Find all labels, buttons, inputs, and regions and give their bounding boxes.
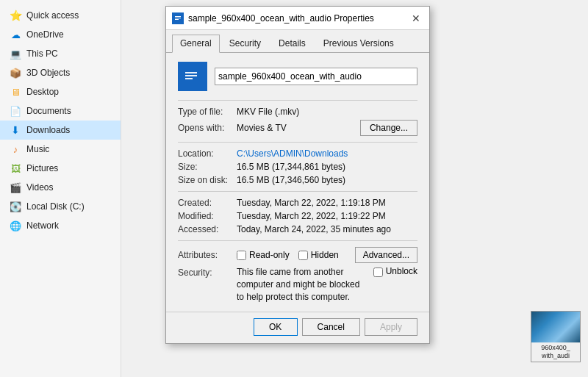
sidebar-item-videos[interactable]: 🎬 Videos <box>0 178 121 197</box>
modified-row: Modified: Tuesday, March 22, 2022, 1:19:… <box>178 211 417 221</box>
titlebar: sample_960x400_ocean_with_audio Properti… <box>166 7 429 30</box>
documents-icon: 📄 <box>9 104 22 118</box>
sidebar-item-label: 3D Objects <box>26 68 70 78</box>
sidebar-item-music[interactable]: ♪ Music <box>0 140 121 159</box>
modified-value: Tuesday, March 22, 2022, 1:19:22 PM <box>237 211 386 221</box>
type-of-file-value: MKV File (.mkv) <box>237 107 299 117</box>
network-icon: 🌐 <box>9 219 22 232</box>
unblock-label: Unblock <box>386 266 417 276</box>
location-row: Location: C:\Users\ADMIN\Downloads <box>178 148 417 159</box>
location-label: Location: <box>178 148 237 159</box>
type-of-file-label: Type of file: <box>178 107 237 117</box>
opens-with-label: Opens with: <box>178 123 237 133</box>
sidebar-item-label: Desktop <box>26 87 59 97</box>
unblock-checkbox[interactable] <box>373 268 383 277</box>
size-label: Size: <box>178 162 237 172</box>
sidebar-item-label: Network <box>26 220 59 231</box>
size-value: 16.5 MB (17,344,861 bytes) <box>237 162 345 172</box>
ok-button[interactable]: OK <box>254 318 298 336</box>
change-button[interactable]: Change... <box>360 120 417 136</box>
hidden-checkbox-label[interactable]: Hidden <box>298 250 339 260</box>
readonly-checkbox-label[interactable]: Read-only <box>237 250 290 260</box>
sidebar-item-label: Videos <box>26 182 53 193</box>
opens-with-row: Opens with: Movies & TV Change... <box>178 120 417 136</box>
file-type-icon <box>173 14 182 23</box>
sidebar: ⭐ Quick access ☁ OneDrive 💻 This PC 📦 3D… <box>0 0 121 377</box>
divider-2 <box>178 142 417 143</box>
quick-access-icon: ⭐ <box>9 9 22 22</box>
file-name-input[interactable] <box>215 68 417 85</box>
sidebar-item-label: Local Disk (C:) <box>26 201 85 212</box>
sidebar-item-network[interactable]: 🌐 Network <box>0 216 121 235</box>
sidebar-item-desktop[interactable]: 🖥 Desktop <box>0 82 121 101</box>
sidebar-item-label: Downloads <box>26 125 70 135</box>
divider-3 <box>178 191 417 192</box>
security-label: Security: <box>178 266 237 278</box>
sidebar-item-3dobjects[interactable]: 📦 3D Objects <box>0 63 121 82</box>
dialog-icon <box>172 12 184 24</box>
accessed-value: Today, March 24, 2022, 35 minutes ago <box>237 224 391 234</box>
main-area: 960x400_with_audi sample_960x400_ocean_w… <box>121 0 588 377</box>
unblock-container: Unblock <box>373 266 417 277</box>
sidebar-item-onedrive[interactable]: ☁ OneDrive <box>0 25 121 44</box>
sidebar-item-documents[interactable]: 📄 Documents <box>0 101 121 121</box>
dialog-title: sample_960x400_ocean_with_audio Properti… <box>188 13 409 24</box>
sidebar-item-label: Music <box>26 144 49 154</box>
svg-rect-5 <box>185 72 197 73</box>
security-text: This file came from another computer and… <box>237 266 368 303</box>
videos-icon: 🎬 <box>9 181 22 194</box>
sidebar-item-pictures[interactable]: 🖼 Pictures <box>0 159 121 178</box>
sidebar-item-label: This PC <box>26 49 58 59</box>
readonly-label: Read-only <box>249 250 290 260</box>
sidebar-item-label: OneDrive <box>26 29 64 40</box>
music-icon: ♪ <box>9 143 22 156</box>
type-of-file-row: Type of file: MKV File (.mkv) <box>178 107 417 117</box>
location-value: C:\Users\ADMIN\Downloads <box>237 148 348 159</box>
size-row: Size: 16.5 MB (17,344,861 bytes) <box>178 162 417 172</box>
sidebar-item-label: Pictures <box>26 163 58 173</box>
modified-label: Modified: <box>178 211 237 221</box>
sidebar-item-downloads[interactable]: ⬇ Downloads <box>0 121 121 140</box>
tab-general[interactable]: General <box>172 35 220 53</box>
cancel-button[interactable]: Cancel <box>302 318 360 336</box>
dialog-footer: OK Cancel Apply <box>166 312 429 343</box>
accessed-row: Accessed: Today, March 24, 2022, 35 minu… <box>178 224 417 234</box>
file-thumbnail: 960x400_with_audi <box>531 311 581 362</box>
size-on-disk-row: Size on disk: 16.5 MB (17,346,560 bytes) <box>178 175 417 185</box>
created-row: Created: Tuesday, March 22, 2022, 1:19:1… <box>178 198 417 208</box>
svg-rect-1 <box>175 16 181 17</box>
sidebar-item-label: Quick access <box>26 10 79 21</box>
file-icon-box <box>178 62 207 91</box>
created-label: Created: <box>178 198 237 208</box>
attributes-row: Attributes: Read-only Hidden Advanced... <box>178 247 417 263</box>
tab-security[interactable]: Security <box>221 35 269 52</box>
close-button[interactable]: ✕ <box>409 11 423 26</box>
security-row: Security: This file came from another co… <box>178 266 417 303</box>
sidebar-item-label: Documents <box>26 106 71 116</box>
hidden-checkbox[interactable] <box>298 251 308 260</box>
sidebar-item-thispc[interactable]: 💻 This PC <box>0 44 121 63</box>
sidebar-item-quick-access[interactable]: ⭐ Quick access <box>0 6 121 25</box>
attributes-label: Attributes: <box>178 250 237 260</box>
pictures-icon: 🖼 <box>9 162 22 175</box>
created-value: Tuesday, March 22, 2022, 1:19:18 PM <box>237 198 386 208</box>
tab-previous-versions[interactable]: Previous Versions <box>315 35 402 52</box>
apply-button[interactable]: Apply <box>365 318 417 336</box>
sidebar-item-localdisk[interactable]: 💽 Local Disk (C:) <box>0 197 121 216</box>
opens-with-value: Movies & TV <box>237 123 360 133</box>
svg-rect-6 <box>185 75 197 76</box>
advanced-button[interactable]: Advanced... <box>355 247 417 263</box>
svg-rect-2 <box>175 18 181 18</box>
hidden-label: Hidden <box>311 250 339 260</box>
divider-1 <box>178 100 417 101</box>
readonly-checkbox[interactable] <box>237 251 246 260</box>
svg-rect-7 <box>185 78 193 79</box>
3dobjects-icon: 📦 <box>9 66 22 79</box>
thispc-icon: 💻 <box>9 47 22 60</box>
size-on-disk-value: 16.5 MB (17,346,560 bytes) <box>237 175 345 185</box>
divider-4 <box>178 240 417 241</box>
accessed-label: Accessed: <box>178 224 237 234</box>
svg-rect-3 <box>175 19 179 20</box>
tab-details[interactable]: Details <box>270 35 314 52</box>
size-on-disk-label: Size on disk: <box>178 175 237 185</box>
